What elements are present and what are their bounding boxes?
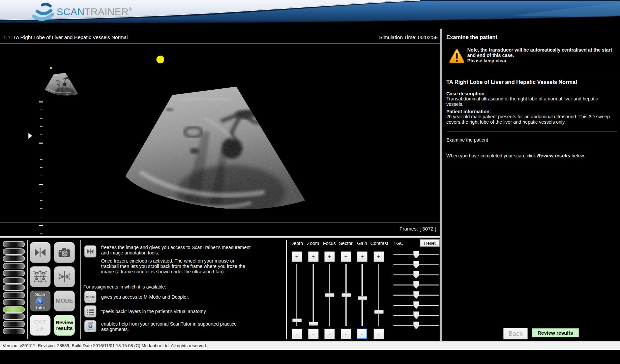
review-results-grid-button[interactable]: Review results (54, 315, 75, 336)
quad-view-button[interactable] (30, 266, 51, 287)
contrast-slider-handle[interactable] (374, 310, 384, 314)
tgc-slider (393, 250, 439, 260)
stack-pill[interactable] (3, 299, 25, 305)
snapshot-button[interactable] (54, 242, 75, 263)
stack-pill[interactable] (3, 248, 25, 255)
depth-slider-track[interactable] (296, 264, 297, 326)
zoom-decrease-button[interactable]: - (308, 329, 319, 339)
sector-label: Sector (338, 241, 354, 246)
stack-pill[interactable] (3, 321, 25, 327)
scantrainer-app: SCANTRAINER® 1.1. TA Right Lobe of Liver… (0, 0, 620, 364)
sector-slider-handle[interactable] (342, 293, 351, 297)
zoom-slider-track[interactable] (313, 264, 314, 326)
header-banner: SCANTRAINER® (0, 0, 620, 24)
tgc-handle[interactable] (413, 311, 419, 319)
scantutor-help-text: enables help from your personal ScanTuto… (101, 321, 246, 332)
zoom-slider-handle[interactable] (309, 322, 318, 326)
ultrasound-viewport[interactable] (0, 44, 440, 222)
stack-pill[interactable] (3, 270, 25, 276)
panel-divider (27, 240, 28, 339)
exit-arrow-icon (36, 326, 45, 331)
tgc-handle[interactable] (413, 251, 419, 259)
slider-depth: Depth+- (289, 238, 305, 341)
stack-pill[interactable] (3, 284, 25, 291)
slider-contrast: Contrast+- (371, 238, 387, 341)
viewport-bottom-line (0, 222, 440, 222)
depth-decrease-button[interactable]: - (292, 329, 302, 339)
completion-hint: When you have completed your scan, click… (446, 153, 612, 159)
sector-increase-button[interactable]: + (341, 251, 351, 262)
stack-pill[interactable] (3, 255, 25, 262)
section-divider (447, 131, 617, 131)
focus-slider-track[interactable] (329, 264, 330, 326)
tgc-slider (393, 271, 439, 280)
gain-decrease-button[interactable]: - (357, 329, 367, 339)
tgc-handle[interactable] (413, 291, 419, 299)
transducer-marker-small (50, 67, 52, 69)
stack-pill[interactable] (3, 313, 25, 320)
focus-increase-button[interactable]: + (324, 251, 335, 262)
tgc-slider (393, 301, 439, 310)
cineloop-help-text: Once frozen, cineloop is activated. The … (101, 258, 251, 274)
focus-slider-handle[interactable] (325, 293, 334, 297)
gain-increase-button[interactable]: + (357, 251, 367, 262)
stack-pill[interactable] (3, 263, 25, 269)
exit-button[interactable]: EXIT (30, 315, 51, 336)
dual-view-button[interactable] (54, 266, 75, 287)
panel-divider (80, 240, 81, 339)
tgc-handle[interactable] (413, 261, 419, 269)
zoom-increase-button[interactable]: + (308, 251, 319, 262)
mode-help-text: gives you access to M-Mode and Doppler. (101, 294, 251, 300)
tgc-label: TGC (393, 241, 404, 246)
stack-pill[interactable] (3, 241, 25, 247)
scan-tutor-button[interactable]: Scan ? Tutor (30, 291, 51, 311)
depth-label: Depth (289, 241, 305, 246)
scan-tutor-label-top: Scan (35, 292, 45, 297)
logo-registered-mark: ® (128, 7, 132, 12)
focus-label: Focus (321, 241, 337, 246)
gain-slider-handle[interactable] (358, 296, 367, 300)
tgc-handle[interactable] (413, 301, 419, 309)
focus-decrease-button[interactable]: - (324, 329, 335, 339)
ruler-minor-tick (40, 151, 42, 151)
layers-help-icon (84, 305, 96, 317)
gain-slider-track[interactable] (361, 264, 363, 326)
tgc-handle[interactable] (413, 281, 419, 289)
slider-zoom: Zoom+- (305, 238, 321, 341)
sector-slider-track[interactable] (345, 264, 347, 326)
mode-button[interactable]: MODE (54, 291, 75, 311)
stack-pill-active[interactable] (3, 306, 25, 313)
contrast-increase-button[interactable]: + (374, 251, 384, 262)
section-divider (447, 73, 617, 73)
slider-focus: Focus+- (321, 238, 337, 341)
stack-pill[interactable] (3, 328, 25, 334)
transducer-position-marker (156, 56, 164, 63)
mouse-cursor (28, 133, 33, 139)
ruler-minor-tick (40, 167, 42, 168)
panel-divider (286, 240, 287, 339)
review-results-button[interactable]: Review results (532, 328, 579, 337)
freeze-button[interactable] (30, 242, 51, 263)
ruler-minor-tick (40, 200, 42, 201)
tgc-handle[interactable] (413, 322, 419, 329)
review-results-line1: Review (56, 320, 73, 325)
back-button[interactable]: Back (503, 328, 528, 339)
sector-decrease-button[interactable]: - (341, 329, 351, 339)
tgc-handle[interactable] (413, 271, 419, 279)
stack-pill[interactable] (3, 292, 25, 298)
ruler-minor-tick (40, 159, 42, 160)
question-icon: ? (36, 297, 44, 305)
mode-help-icon: MODE (84, 291, 96, 303)
ruler-minor-tick (40, 233, 42, 234)
warning-text-keep-clear: Please keep clear. (467, 58, 616, 64)
depth-slider-handle[interactable] (292, 318, 302, 322)
simulation-time: Simulation Time: 00:02:58 (303, 34, 438, 40)
tgc-reset-button[interactable]: Reset (420, 239, 440, 247)
stack-pill[interactable] (3, 277, 25, 284)
logo-scan: SCAN (57, 6, 85, 17)
ruler-minor-tick (40, 217, 42, 217)
depth-increase-button[interactable]: + (292, 251, 302, 262)
contrast-slider-track[interactable] (378, 264, 379, 326)
tgc-slider (393, 291, 439, 300)
contrast-decrease-button[interactable]: - (374, 329, 384, 339)
